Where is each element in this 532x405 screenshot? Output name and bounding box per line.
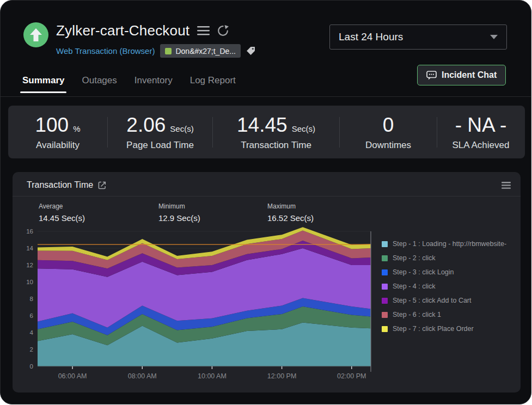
tag-color-swatch (165, 48, 172, 54)
chart-card-title: Transaction Time (27, 180, 93, 190)
svg-text:4: 4 (30, 329, 34, 336)
svg-text:8: 8 (30, 296, 33, 302)
tab-log-report[interactable]: Log Report (190, 75, 236, 93)
tag-chip-label: Don&#x27;t_De... (175, 47, 236, 56)
chart-menu-icon[interactable] (502, 182, 511, 189)
svg-text:08:00 AM: 08:00 AM (128, 372, 157, 380)
transaction-time-value: 14.45 (237, 114, 288, 137)
monitor-type-link[interactable]: Web Transaction (Browser) (56, 46, 155, 56)
summary-stats-bar: 100% Availability 2.06Sec(s) Page Load T… (8, 106, 525, 158)
availability-value: 100 (35, 114, 69, 137)
chart-stat-average: Average 14.45 Sec(s) (39, 202, 158, 223)
svg-text:02:00 PM: 02:00 PM (337, 372, 366, 380)
app-window: Zylker-cart-Checkout Web Transaction (Br… (0, 0, 531, 404)
chart-legend: Step - 1 : Loading - http://rbmwebsite- … (372, 226, 517, 386)
legend-step-3[interactable]: Step - 3 : click Login (382, 268, 519, 276)
legend-swatch (382, 255, 388, 261)
svg-text:10: 10 (26, 279, 33, 285)
stat-downtimes: 0 Downtimes (340, 114, 437, 151)
time-range-value: Last 24 Hours (339, 31, 403, 43)
legend-step-1[interactable]: Step - 1 : Loading - http://rbmwebsite- (382, 240, 519, 248)
legend-swatch (382, 326, 388, 332)
refresh-icon[interactable] (217, 25, 229, 36)
tab-summary[interactable]: Summary (22, 75, 64, 93)
legend-step-7[interactable]: Step - 7 : click Place Order (382, 325, 519, 333)
legend-swatch (382, 284, 388, 290)
svg-text:14: 14 (26, 245, 33, 251)
chevron-down-icon (490, 35, 498, 39)
stat-availability: 100% Availability (8, 114, 107, 151)
legend-step-5[interactable]: Step - 5 : click Add to Cart (382, 297, 519, 304)
svg-text:10:00 AM: 10:00 AM (198, 372, 227, 380)
svg-text:0: 0 (30, 363, 33, 370)
page-title: Zylker-cart-Checkout (56, 22, 189, 39)
chart-stat-minimum: Minimum 12.9 Sec(s) (158, 202, 267, 223)
legend-swatch (382, 241, 388, 247)
legend-swatch (382, 269, 388, 275)
sla-value: - NA - (455, 114, 507, 137)
stat-sla-achieved: - NA - SLA Achieved (437, 114, 524, 151)
page-load-value: 2.06 (126, 114, 166, 137)
time-range-dropdown[interactable]: Last 24 Hours (329, 24, 507, 50)
monitor-menu-icon[interactable] (197, 26, 210, 35)
trend-expand-icon[interactable] (98, 181, 106, 189)
chart-stat-maximum: Maximum 16.52 Sec(s) (267, 202, 314, 223)
tab-bar: Summary Outages Inventory Log Report (22, 75, 236, 93)
tabs-divider (1, 96, 531, 97)
stat-transaction-time: 14.45Sec(s) Transaction Time (213, 114, 339, 151)
tag-icon[interactable] (246, 46, 255, 56)
tag-chip[interactable]: Don&#x27;t_De... (160, 44, 241, 58)
stat-page-load-time: 2.06Sec(s) Page Load Time (108, 114, 212, 151)
transaction-time-card: Transaction Time Average 14.45 Sec(s) Mi… (13, 172, 521, 392)
tab-outages[interactable]: Outages (82, 75, 117, 93)
svg-text:06:00 AM: 06:00 AM (58, 372, 87, 380)
svg-text:2: 2 (30, 346, 33, 353)
svg-text:6: 6 (30, 312, 33, 319)
svg-text:16: 16 (26, 228, 33, 235)
incident-chat-label: Incident Chat (442, 70, 497, 80)
legend-step-2[interactable]: Step - 2 : click (382, 254, 519, 262)
legend-step-4[interactable]: Step - 4 : click (382, 283, 519, 290)
legend-step-6[interactable]: Step - 6 : click 1 (382, 311, 519, 318)
downtimes-value: 0 (383, 114, 394, 137)
tab-inventory[interactable]: Inventory (134, 75, 173, 93)
incident-chat-button[interactable]: Incident Chat (417, 65, 506, 85)
svg-text:12:00 PM: 12:00 PM (267, 372, 297, 380)
legend-swatch (382, 312, 388, 318)
svg-text:12: 12 (26, 262, 33, 268)
transaction-time-chart[interactable]: 024681012141606:00 AM08:00 AM10:00 AM12:… (13, 226, 372, 386)
legend-swatch (382, 298, 388, 304)
chat-bubble-icon (426, 71, 437, 80)
chart-stats-row: Average 14.45 Sec(s) Minimum 12.9 Sec(s)… (13, 197, 521, 224)
monitor-status-up-icon (23, 22, 48, 47)
